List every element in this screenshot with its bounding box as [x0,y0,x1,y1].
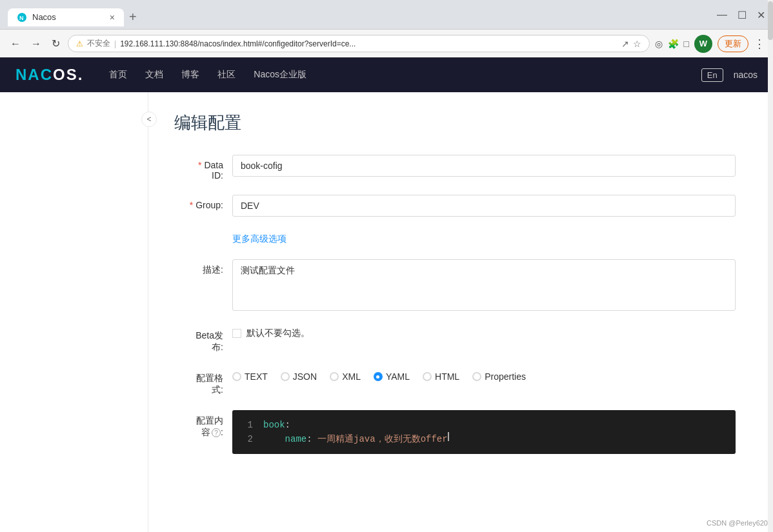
window-controls: — ☐ ✕ [717,9,765,25]
maximize-button[interactable]: ☐ [738,9,747,21]
code-line-2: 2 name : 一周精通java，收到无数offer [232,432,736,446]
scrollbar-track[interactable] [768,92,773,532]
line-number-2: 2 [240,432,253,446]
update-button[interactable]: 更新 [718,35,748,52]
required-indicator: * [190,200,193,210]
format-properties-label: Properties [485,371,526,382]
group-input[interactable] [232,195,736,217]
advanced-label-spacer [174,231,232,236]
code-key-book: book [263,418,285,432]
radio-text-circle [232,372,241,381]
tab-title: Nacos [32,12,56,22]
sidebar: < [0,92,148,532]
beta-area: 默认不要勾选。 [232,325,747,339]
radio-properties-circle [472,372,481,381]
nacos-tab-icon: N [17,12,27,23]
advanced-row: 更多高级选项 [174,231,747,245]
format-html-label: HTML [435,371,459,382]
extensions-icon[interactable]: 🧩 [668,39,679,49]
code-line-1: 1 book : [232,418,736,432]
split-view-icon[interactable]: □ [684,39,689,49]
desc-row: 描述: 测试配置文件 [174,259,747,311]
beta-hint: 默认不要勾选。 [246,328,310,339]
nacos-nav: 首页 文档 博客 社区 Nacos企业版 [109,66,701,83]
minimize-button[interactable]: — [717,9,727,21]
code-value-name: 一周精通java，收到无数offer [317,432,448,446]
data-id-input[interactable] [232,155,736,177]
nav-docs[interactable]: 文档 [145,66,163,83]
format-text[interactable]: TEXT [232,371,268,382]
code-editor[interactable]: 1 book : 2 name : 一周精通java，收到无数offer [232,410,736,454]
required-indicator: * [198,160,201,170]
browser-toolbar: ← → ↻ ⚠ 不安全 | 192.168.111.130:8848/nacos… [0,29,773,57]
code-key-name: name [285,432,307,446]
radio-xml-circle [330,372,339,381]
nav-community[interactable]: 社区 [217,66,236,83]
radio-json-circle [281,372,290,381]
line-number-1: 1 [240,418,253,432]
browser-chrome: N Nacos × + — ☐ ✕ ← → ↻ ⚠ 不安全 | 192.168.… [0,0,773,532]
new-tab-button[interactable]: + [129,10,137,25]
code-colon-1: : [285,418,290,432]
desc-textarea[interactable]: 测试配置文件 [232,259,736,311]
beta-row: Beta发布: 默认不要勾选。 [174,325,747,353]
beta-label: Beta发布: [174,325,232,353]
cursor [448,432,449,441]
format-yaml[interactable]: YAML [374,371,410,382]
advanced-options-link[interactable]: 更多高级选项 [232,231,747,245]
username-label[interactable]: nacos [734,70,758,80]
config-format-label: 配置格式: [174,368,232,396]
browser-tab[interactable]: N Nacos × [8,8,124,26]
config-format-row: 配置格式: TEXT JSON XML [174,368,747,396]
code-indent [263,432,285,446]
format-yaml-label: YAML [386,371,410,382]
browser-menu-icon[interactable]: ⋮ [754,37,765,51]
nacos-body: < 编辑配置 *DataID: *Group: [0,92,773,532]
help-icon[interactable]: ? [212,428,221,437]
config-content-row: 配置内容?: 1 book : 2 name : [174,410,747,454]
desc-label: 描述: [174,259,232,276]
beta-checkbox[interactable] [232,329,241,338]
group-row: *Group: [174,195,747,217]
tab-close-button[interactable]: × [110,12,115,23]
format-json[interactable]: JSON [281,371,317,382]
watermark: CSDN @Perley620 [707,519,768,527]
address-bar[interactable]: ⚠ 不安全 | 192.168.111.130:8848/nacos/index… [68,35,650,52]
format-text-label: TEXT [245,371,268,382]
profile-button[interactable]: W [694,35,712,53]
format-xml[interactable]: XML [330,371,361,382]
lang-button[interactable]: En [701,68,723,82]
browser-settings-icon[interactable]: ◎ [655,39,663,49]
nacos-logo: NACOS. [15,66,83,84]
config-content-label: 配置内容?: [174,410,232,438]
refresh-button[interactable]: ↻ [49,35,63,52]
sidebar-toggle-button[interactable]: < [141,112,157,127]
main-content: 编辑配置 *DataID: *Group: [148,92,773,532]
nav-home[interactable]: 首页 [109,66,127,83]
code-colon-2: : [306,432,317,446]
format-json-label: JSON [293,371,317,382]
nav-enterprise[interactable]: Nacos企业版 [254,66,306,83]
radio-yaml-circle [374,372,383,381]
close-button[interactable]: ✕ [757,9,765,21]
nacos-header: NACOS. 首页 文档 博客 社区 Nacos企业版 En nacos [0,57,773,92]
address-text: 192.168.111.130:8848/nacos/index.html#/c… [120,39,617,48]
title-bar: N Nacos × + — ☐ ✕ [0,0,773,29]
format-properties[interactable]: Properties [472,371,526,382]
group-label: *Group: [174,195,232,210]
forward-button[interactable]: → [28,35,44,52]
security-icon: ⚠ [76,39,83,48]
page-title: 编辑配置 [174,112,747,134]
nav-blog[interactable]: 博客 [181,66,199,83]
nacos-app: NACOS. 首页 文档 博客 社区 Nacos企业版 En nacos < [0,57,773,532]
format-html[interactable]: HTML [423,371,459,382]
svg-text:N: N [19,15,24,21]
format-xml-label: XML [342,371,361,382]
data-id-row: *DataID: [174,155,747,181]
back-button[interactable]: ← [8,35,23,52]
radio-html-circle [423,372,432,381]
security-label: 不安全 [87,38,110,49]
format-radio-group: TEXT JSON XML YAML [232,368,747,382]
bookmark-icon: ☆ [633,39,641,49]
share-icon: ↗ [621,39,629,49]
